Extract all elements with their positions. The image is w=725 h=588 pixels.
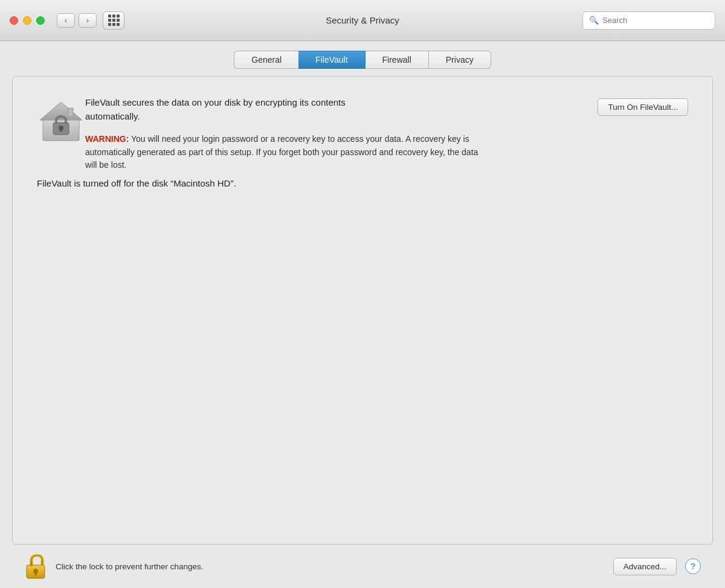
close-button[interactable] — [10, 16, 18, 25]
filevault-status: FileVault is turned off for the disk “Ma… — [37, 178, 688, 188]
svg-rect-4 — [60, 128, 62, 132]
grid-button[interactable] — [103, 11, 124, 30]
search-input[interactable] — [602, 16, 709, 25]
tab-general[interactable]: General — [234, 51, 298, 69]
filevault-content: FileVault secures the data on your disk … — [37, 96, 688, 188]
turn-on-filevault-button[interactable]: Turn On FileVault... — [598, 98, 688, 116]
warning-label: WARNING: — [85, 134, 129, 144]
filevault-warning: WARNING: You will need your login passwo… — [85, 133, 484, 172]
content-panel: FileVault secures the data on your disk … — [12, 76, 713, 545]
window-title: Security & Privacy — [326, 15, 399, 25]
search-icon: 🔍 — [589, 16, 599, 25]
forward-button[interactable]: › — [79, 13, 97, 28]
warning-text: You will need your login password or a r… — [85, 134, 478, 170]
text-and-warning: FileVault secures the data on your disk … — [85, 96, 598, 172]
svg-rect-8 — [34, 571, 37, 575]
filevault-icon — [37, 96, 85, 144]
top-row: FileVault secures the data on your disk … — [37, 96, 688, 172]
svg-rect-5 — [68, 108, 73, 117]
minimize-button[interactable] — [23, 16, 31, 25]
titlebar: ‹ › Security & Privacy 🔍 — [0, 0, 725, 41]
maximize-button[interactable] — [36, 16, 45, 25]
bottom-bar: Click the lock to prevent further change… — [12, 545, 713, 588]
main-container: General FileVault Firewall Privacy — [0, 41, 725, 588]
lock-status-text: Click the lock to prevent further change… — [56, 562, 605, 571]
help-button[interactable]: ? — [685, 558, 701, 574]
tab-filevault[interactable]: FileVault — [298, 51, 365, 69]
advanced-button[interactable]: Advanced... — [613, 558, 677, 575]
search-box[interactable]: 🔍 — [582, 11, 715, 30]
tab-firewall[interactable]: Firewall — [366, 51, 429, 69]
nav-buttons: ‹ › — [57, 13, 97, 28]
tab-privacy[interactable]: Privacy — [429, 51, 491, 69]
back-button[interactable]: ‹ — [57, 13, 75, 28]
tab-bar: General FileVault Firewall Privacy — [12, 51, 713, 69]
filevault-description: FileVault secures the data on your disk … — [85, 96, 399, 123]
grid-icon — [108, 14, 120, 26]
traffic-lights — [10, 16, 45, 25]
lock-icon[interactable] — [24, 553, 47, 580]
